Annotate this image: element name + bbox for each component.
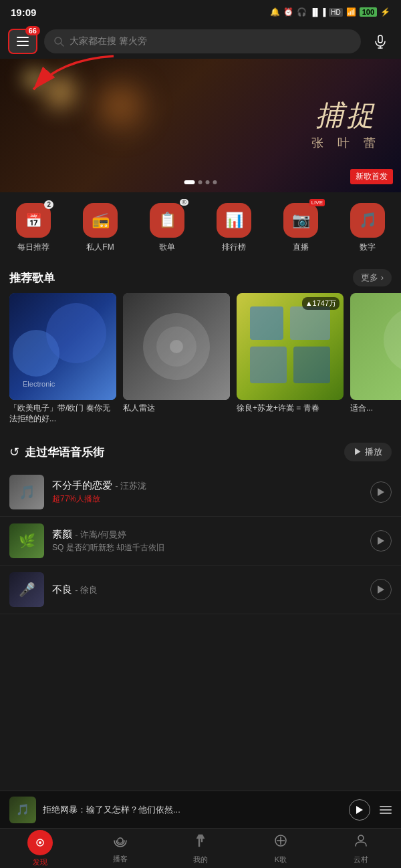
app-header: 66 大家都在搜 篝火旁 [0,24,401,59]
daily-badge: 2 [44,200,53,209]
song-thumb-3: 🎤 [9,572,44,607]
song-right-3 [370,579,392,600]
daily-recommend-icon: 📅 2 [16,203,51,238]
quick-item-fm[interactable]: 📻 私人FM [67,203,134,253]
village-label: 云村 [354,855,368,865]
hamburger-icon [17,37,29,46]
svg-rect-18 [293,347,330,383]
search-bar[interactable]: 大家都在搜 篝火旁 [44,29,361,53]
playlist-icon: 📋 ® [150,203,184,238]
quick-item-digital[interactable]: 🎵 数字 [334,203,401,253]
playlist-thumb-1: Electronic [9,293,116,400]
recommend-section-header: 推荐歌单 更多 › [0,258,401,293]
street-title: 走过华语音乐街 [25,445,104,460]
mini-player[interactable]: 🎵 拒绝网暴：输了又怎样？他们依然... [0,791,401,828]
mic-icon [373,34,388,49]
notification-badge: 66 [25,26,40,35]
playlist-title-3: 徐良+苏龙+许嵩 = 青春 [237,403,344,414]
mini-player-thumb: 🎵 [9,797,36,823]
live-icon: 📷 LIVE [283,203,318,238]
village-icon [353,833,369,853]
nav-item-podcast[interactable]: 播客 [80,829,160,868]
menu-button[interactable]: 66 [8,29,37,54]
bottom-navigation: 发现 播客 我的 K歌 [0,828,401,868]
song-info-3: 不良 - 徐良 [52,584,362,596]
4g-icon: HD [329,8,342,17]
signal-icon: ▐▌▐ [310,8,325,16]
playlist-thumb-3: ▲1747万 [237,293,344,400]
live-label: 直播 [293,242,309,253]
playlist-title-2: 私人雷达 [123,403,230,414]
nav-item-discover[interactable]: 发现 [0,829,80,868]
banner-background: 捕捉 张 叶 蕾 [0,59,401,192]
playlist-card-3[interactable]: ▲1747万 徐良+苏龙+许嵩 = 青春 [237,293,344,424]
svg-line-1 [61,43,63,46]
song-play-3[interactable] [370,579,392,600]
song-info-2: 素颜 - 许嵩/何曼婷 SQ 是否幻听新愁 却道千古依旧 [52,528,362,554]
daily-label: 每日推荐 [17,242,49,253]
song-thumb-1: 🎵 [9,475,44,509]
nav-item-ksong[interactable]: K歌 [241,829,321,868]
svg-point-27 [39,841,41,844]
song-item-1[interactable]: 🎵 不分手的恋爱 - 汪苏泷 超77%人播放 [0,468,401,517]
svg-point-8 [46,303,106,363]
svg-rect-17 [250,347,287,383]
more-button[interactable]: 更多 › [353,269,392,286]
quick-item-playlist[interactable]: 📋 ® 歌单 [134,203,200,253]
mini-player-controls [349,799,392,821]
mini-player-title: 拒绝网暴：输了又怎样？他们依然... [43,804,342,816]
svg-rect-2 [378,35,382,43]
play-all-button[interactable]: ▶ 播放 [344,443,392,461]
song-item-3[interactable]: 🎤 不良 - 徐良 [0,566,401,614]
song-play-1[interactable] [370,481,392,503]
song-right-1 [370,481,392,503]
song-sub-1: 超77%人播放 [52,493,362,505]
song-name-2: 素颜 - 许嵩/何曼婷 [52,528,362,541]
discover-icon [27,830,53,855]
banner-song-title: 捕捉 [311,100,381,131]
playlist-card-4[interactable]: 适合... [350,293,401,424]
digital-label: 数字 [360,242,376,253]
charging-icon: ⚡ [380,7,390,17]
mic-button[interactable] [368,29,393,54]
ksong-label: K歌 [275,855,287,865]
play-icon-1 [377,487,385,497]
discover-label: 发现 [33,857,47,867]
status-icons: 🔔 ⏰ 🎧 ▐▌▐ HD 📶 100 ⚡ [270,7,390,17]
alarm-icon: ⏰ [283,7,293,17]
chart-icon: 📊 [217,203,251,238]
search-icon [53,36,64,47]
quick-item-chart[interactable]: 📊 排行榜 [200,203,267,253]
banner-text: 捕捉 张 叶 蕾 [311,100,381,151]
svg-marker-22 [378,537,384,545]
svg-point-32 [358,835,364,841]
song-item-2[interactable]: 🌿 素颜 - 许嵩/何曼婷 SQ 是否幻听新愁 却道千古依旧 [0,517,401,566]
quick-item-daily[interactable]: 📅 2 每日推荐 [0,203,67,253]
recommend-title: 推荐歌单 [9,270,55,286]
fm-label: 私人FM [86,242,114,253]
playlist-row: Electronic 「欧美电子」带/欧门 奏你无法拒绝的好... 私人雷达 [0,293,401,435]
live-badge: LIVE [309,199,325,206]
mini-play-button[interactable] [349,799,370,821]
street-title-row: ↺ 走过华语音乐街 [9,445,104,460]
playlist-title-1: 「欧美电子」带/欧门 奏你无法拒绝的好... [9,403,116,424]
song-name-1: 不分手的恋爱 - 汪苏泷 [52,479,362,492]
quick-icons-row: 📅 2 每日推荐 📻 私人FM 📋 ® 歌单 📊 排行榜 📷 LIVE 直播 🎵… [0,192,401,258]
nav-item-village[interactable]: 云村 [321,829,401,868]
dot-2 [198,180,203,184]
hero-banner[interactable]: 捕捉 张 叶 蕾 新歌首发 [0,59,401,192]
mini-playlist-button[interactable] [380,806,392,814]
quick-item-live[interactable]: 📷 LIVE 直播 [267,203,334,253]
new-song-tag: 新歌首发 [350,169,393,184]
playlist-badge: ® [180,199,188,206]
fm-icon: 📻 [83,203,118,238]
headphone-icon: 🎧 [297,7,307,17]
play-icon-3 [377,585,385,594]
playlist-art-2 [123,293,230,400]
song-play-2[interactable] [370,530,392,552]
nav-item-mine[interactable]: 我的 [160,829,241,868]
playlist-card-2[interactable]: 私人雷达 [123,293,230,424]
playlist-card-1[interactable]: Electronic 「欧美电子」带/欧门 奏你无法拒绝的好... [9,293,116,424]
ksong-icon [273,833,289,853]
dot-3 [206,180,210,184]
